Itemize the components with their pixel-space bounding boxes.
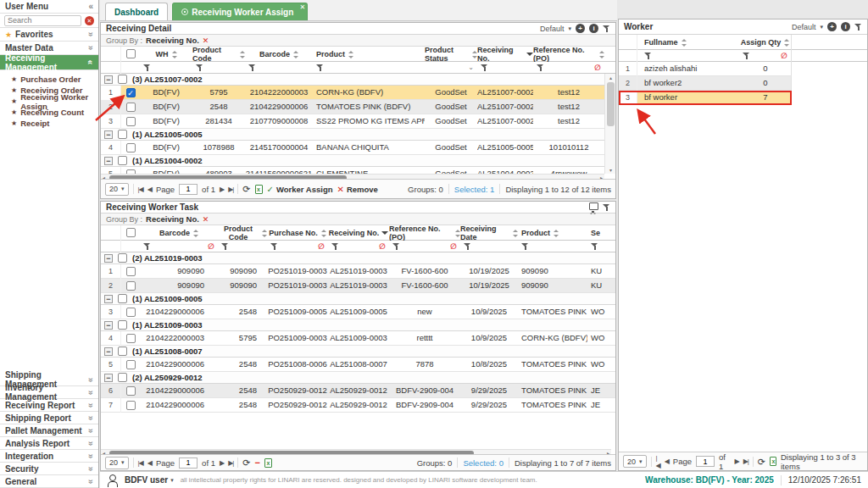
group-row[interactable]: −(2) AL250929-0012 — [101, 372, 615, 384]
sidebar-item-receipt[interactable]: ★Receipt — [0, 118, 98, 129]
filter-funnel-icon[interactable] — [143, 64, 151, 72]
group-by-chip[interactable]: Receiving No. — [146, 36, 199, 45]
group-checkbox[interactable] — [118, 347, 127, 356]
export-excel-icon[interactable] — [264, 458, 272, 468]
select-all-checkbox[interactable] — [126, 49, 136, 58]
next-page-button[interactable]: ▶ — [220, 186, 224, 193]
table-row[interactable]: 321042290000062548PO251009-0005AL251009-… — [101, 305, 615, 319]
page-size-select[interactable]: 20▾ — [105, 183, 129, 196]
add-view-icon[interactable]: + — [827, 22, 837, 31]
first-page-button[interactable]: |◀ — [138, 459, 143, 467]
column-header-barcode[interactable]: Barcode — [140, 225, 218, 241]
column-header-reference-no[interactable]: Reference No. (PO) — [389, 225, 460, 241]
row-checkbox[interactable] — [126, 117, 136, 126]
prev-page-button[interactable]: ◀ — [665, 458, 669, 465]
sidebar-item-purchase-order[interactable]: ★Purchase Order — [0, 74, 98, 85]
sidebar-item-pallet-management[interactable]: Pallet Management« — [0, 424, 98, 437]
last-page-button[interactable]: ▶| — [743, 458, 748, 465]
table-row[interactable]: 2909090909090PO251019-0003AL251019-0003F… — [101, 279, 615, 293]
table-row[interactable]: 1909090909090PO251019-0003AL251019-0003F… — [101, 264, 615, 279]
filter-funnel-icon[interactable] — [331, 242, 339, 251]
row-checkbox[interactable] — [126, 281, 136, 291]
table-row[interactable]: 3BD(FV)2814342107709000008SS22 PROMO KG … — [101, 114, 615, 129]
column-header-receiving-no[interactable]: Receiving No. — [477, 47, 533, 62]
scrollbar-thumb[interactable] — [607, 82, 615, 126]
sidebar-item-favorites[interactable]: ★ Favorites « — [0, 28, 98, 42]
info-icon[interactable]: i — [589, 24, 598, 33]
filter-funnel-icon[interactable] — [464, 242, 471, 251]
group-checkbox[interactable] — [118, 156, 127, 165]
first-page-button[interactable]: |◀ — [138, 186, 143, 193]
filter-funnel-icon[interactable] — [143, 242, 151, 251]
filter-funnel-icon[interactable] — [644, 52, 652, 60]
sidebar-item-receiving-management[interactable]: Receiving Management « — [0, 55, 98, 70]
refresh-icon[interactable]: ⟳ — [758, 458, 765, 466]
sidebar-item-receiving-worker-assign[interactable]: ★Receiving Worker Assign — [0, 96, 98, 107]
view-selector[interactable]: Default — [540, 25, 565, 33]
column-header-barcode[interactable]: Barcode — [245, 47, 313, 62]
clear-filter-icon[interactable]: ∅ — [781, 52, 787, 60]
next-page-button[interactable]: ▶ — [735, 458, 739, 465]
collapse-group-icon[interactable]: − — [104, 254, 113, 263]
select-all-checkbox[interactable] — [126, 228, 136, 237]
row-checkbox[interactable]: ✓ — [126, 88, 136, 97]
search-input[interactable] — [4, 15, 81, 26]
column-header-product[interactable]: Product — [313, 47, 425, 62]
export-excel-icon[interactable] — [255, 185, 263, 194]
first-page-button[interactable]: |◀ — [655, 454, 659, 469]
tab-receiving-worker-assign[interactable]: Receiving Worker Assign ✕ — [172, 3, 308, 20]
export-excel-icon[interactable] — [770, 457, 776, 466]
row-checkbox[interactable] — [126, 386, 136, 396]
collapse-group-icon[interactable]: − — [104, 321, 113, 330]
view-selector[interactable]: Default — [792, 23, 816, 31]
column-header-product-code[interactable]: Product Code — [218, 225, 267, 241]
scroll-up-icon[interactable]: ▴ — [605, 75, 616, 80]
collapse-group-icon[interactable]: − — [104, 295, 113, 303]
group-row[interactable]: −(1) AL251009-0003 — [101, 319, 615, 331]
chevron-down-icon[interactable]: ▾ — [820, 24, 823, 30]
filter-icon[interactable] — [603, 203, 610, 212]
chevron-down-icon[interactable]: ▾ — [568, 25, 571, 32]
column-header-product[interactable]: Product — [518, 225, 587, 241]
next-page-button[interactable]: ▶ — [220, 459, 224, 467]
column-header-purchase-no[interactable]: Purchase No. — [267, 225, 328, 241]
group-checkbox[interactable] — [118, 253, 127, 263]
collapse-sidebar-icon[interactable]: « — [88, 2, 93, 11]
collapse-group-icon[interactable]: − — [104, 347, 113, 356]
table-row[interactable]: 4BD(FV)10789882145170000004BANANA CHIQUI… — [101, 141, 615, 155]
group-row[interactable]: −(1) AL251004-0002 — [101, 155, 615, 167]
user-menu-dropdown[interactable]: BDFV user▾ — [125, 475, 174, 485]
clear-filter-icon[interactable]: ∅ — [318, 242, 325, 251]
filter-funnel-icon[interactable] — [521, 242, 529, 251]
row-checkbox[interactable] — [126, 143, 136, 152]
info-icon[interactable]: i — [841, 22, 850, 31]
column-header-section[interactable]: Se — [587, 225, 611, 241]
group-row[interactable]: −(3) AL251007-0002 — [101, 74, 615, 86]
refresh-icon[interactable]: ⟳ — [242, 185, 250, 193]
filter-funnel-icon[interactable] — [221, 242, 229, 251]
row-checkbox[interactable] — [126, 334, 136, 343]
clear-filter-icon[interactable]: ∅ — [208, 242, 214, 251]
scroll-down-icon[interactable]: ▾ — [605, 167, 616, 173]
filter-funnel-icon[interactable] — [537, 64, 544, 72]
column-header-reference-no[interactable]: Reference No. (PO) — [533, 47, 604, 62]
table-row[interactable]: 1azizeh alishahi0 — [619, 62, 792, 76]
group-checkbox[interactable] — [118, 320, 127, 330]
column-header-assign-qty[interactable]: Assign Qty — [739, 35, 792, 50]
filter-funnel-icon[interactable] — [392, 242, 400, 251]
group-checkbox[interactable] — [118, 75, 127, 84]
clear-filter-icon[interactable]: ∅ — [450, 242, 457, 251]
row-checkbox[interactable] — [126, 360, 136, 369]
sidebar-item-general[interactable]: General« — [0, 475, 98, 488]
group-checkbox[interactable] — [118, 373, 127, 382]
worker-assign-button[interactable]: ✓Worker Assign — [267, 185, 333, 194]
page-size-select[interactable]: 20▾ — [623, 455, 647, 468]
vertical-scrollbar[interactable]: ▴ ▾ — [604, 74, 615, 174]
clear-filter-icon[interactable]: ∅ — [379, 242, 386, 251]
sidebar-item-inventory-management[interactable]: Inventory Management« — [0, 386, 98, 399]
tab-dashboard[interactable]: Dashboard — [105, 3, 168, 20]
collapse-group-icon[interactable]: − — [104, 75, 113, 84]
sidebar-item-receiving-count[interactable]: ★Receiving Count — [0, 107, 98, 118]
refresh-icon[interactable]: ⟳ — [242, 458, 250, 467]
collapse-group-icon[interactable]: − — [104, 157, 113, 165]
